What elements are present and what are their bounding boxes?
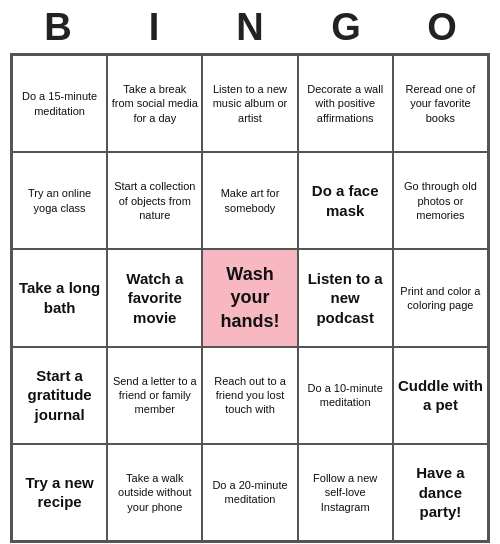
bingo-cell: Reread one of your favorite books	[393, 55, 488, 152]
bingo-cell: Do a 20-minute meditation	[202, 444, 297, 541]
bingo-cell: Take a walk outside without your phone	[107, 444, 202, 541]
bingo-letter: I	[124, 6, 184, 49]
bingo-cell: Go through old photos or memories	[393, 152, 488, 249]
bingo-letter: G	[316, 6, 376, 49]
bingo-cell: Reach out to a friend you lost touch wit…	[202, 347, 297, 444]
bingo-cell: Try an online yoga class	[12, 152, 107, 249]
bingo-header: BINGO	[10, 0, 490, 53]
bingo-cell: Print and color a coloring page	[393, 249, 488, 346]
bingo-cell: Do a 10-minute meditation	[298, 347, 393, 444]
bingo-grid: Do a 15-minute meditationTake a break fr…	[10, 53, 490, 543]
bingo-cell: Take a long bath	[12, 249, 107, 346]
bingo-cell: Do a 15-minute meditation	[12, 55, 107, 152]
bingo-cell: Make art for somebody	[202, 152, 297, 249]
bingo-cell: Do a face mask	[298, 152, 393, 249]
bingo-cell: Send a letter to a friend or family memb…	[107, 347, 202, 444]
bingo-cell: Watch a favorite movie	[107, 249, 202, 346]
bingo-cell: Listen to a new music album or artist	[202, 55, 297, 152]
bingo-cell: Wash your hands!	[202, 249, 297, 346]
bingo-cell: Decorate a wall with positive affirmatio…	[298, 55, 393, 152]
bingo-cell: Have a dance party!	[393, 444, 488, 541]
bingo-cell: Follow a new self-love Instagram	[298, 444, 393, 541]
bingo-letter: N	[220, 6, 280, 49]
bingo-cell: Try a new recipe	[12, 444, 107, 541]
bingo-cell: Start a gratitude journal	[12, 347, 107, 444]
bingo-letter: O	[412, 6, 472, 49]
bingo-cell: Cuddle with a pet	[393, 347, 488, 444]
bingo-letter: B	[28, 6, 88, 49]
bingo-cell: Take a break from social media for a day	[107, 55, 202, 152]
bingo-cell: Listen to a new podcast	[298, 249, 393, 346]
bingo-cell: Start a collection of objects from natur…	[107, 152, 202, 249]
